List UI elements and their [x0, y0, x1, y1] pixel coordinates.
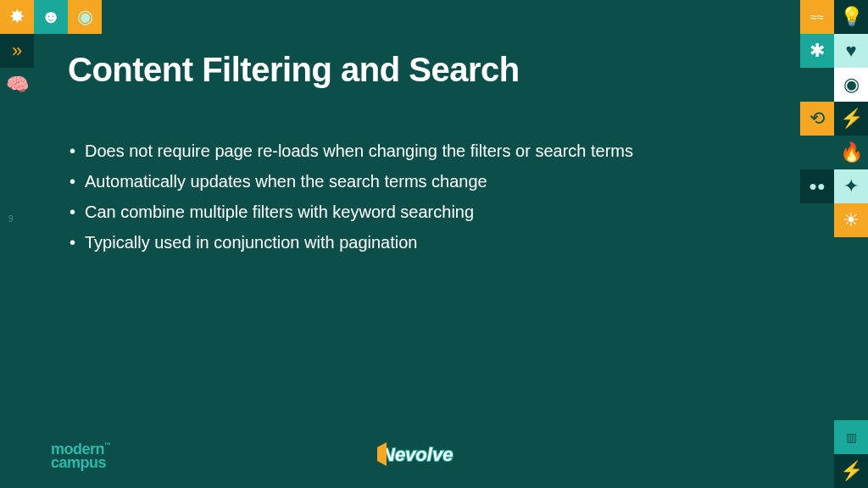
sun-icon: ☀ [834, 203, 868, 237]
decor-tiles-top-left-2: » [0, 34, 68, 68]
gear-icon: ◉ [68, 0, 102, 34]
modern-campus-logo: modern™ campus [51, 443, 111, 469]
starburst-icon: ✸ [0, 0, 34, 34]
bullet-item: Can combine multiple filters with keywor… [85, 197, 633, 227]
wave-icon: ≈≈ [800, 0, 834, 34]
dots-icon: ●● [800, 169, 834, 203]
evolve-logo-mark [377, 442, 387, 466]
slide: ✸ ☻ ◉ » 🧠 ≈≈ 💡 ✱ ♥ ◉ ⟲ ⚡ 🔥 ●● [0, 0, 868, 488]
page-number: 9 [8, 214, 14, 224]
trademark-icon: ™ [104, 441, 111, 449]
link-icon: ⟲ [800, 102, 834, 136]
eye-icon: ◉ [834, 68, 868, 102]
evolve-logo: Nevolve [375, 441, 493, 469]
bulb-icon: 💡 [834, 0, 868, 34]
flame-icon: 🔥 [834, 136, 868, 169]
slide-title: Content Filtering and Search [68, 51, 520, 89]
bullet-item: Automatically updates when the search te… [85, 166, 633, 197]
bullet-list: Does not require page re-loads when chan… [85, 136, 633, 258]
decor-tiles-right: ≈≈ 💡 ✱ ♥ ◉ ⟲ ⚡ 🔥 ●● ✦ ☀ [800, 0, 868, 237]
brain-icon: 🧠 [0, 68, 34, 102]
bolt2-icon: ⚡ [834, 454, 868, 488]
decor-tiles-top-left: ✸ ☻ ◉ [0, 0, 102, 34]
bullet-item: Does not require page re-loads when chan… [85, 136, 633, 166]
arrows-icon: » [0, 34, 34, 68]
chip-icon: ▥ [834, 420, 868, 454]
face-icon: ☻ [34, 0, 68, 34]
decor-tiles-top-left-3: 🧠 [0, 68, 34, 102]
asterisk-icon: ✱ [800, 34, 834, 68]
logo-line2: campus [51, 454, 106, 471]
decor-tiles-bottom-right: ▥ ⚡ [834, 420, 868, 488]
bolt-icon: ⚡ [834, 102, 868, 136]
bullet-item: Typically used in conjunction with pagin… [85, 227, 633, 258]
evolve-logo-text: Nevolve [381, 444, 453, 465]
spark-icon: ✦ [834, 169, 868, 203]
heart-icon: ♥ [834, 34, 868, 68]
